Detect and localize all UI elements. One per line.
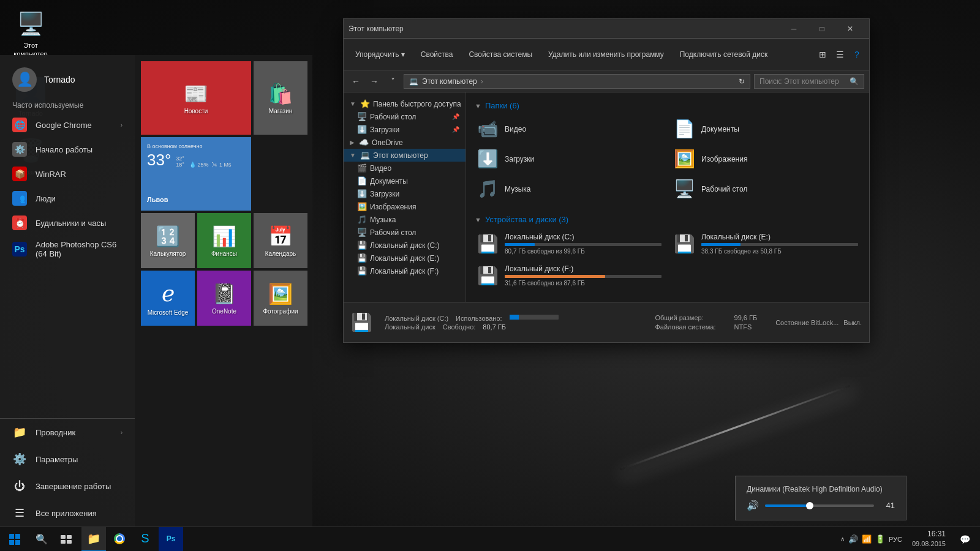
start-explorer-item[interactable]: 📁 Проводник › <box>0 419 135 446</box>
minimize-button[interactable]: ─ <box>780 19 808 39</box>
svg-rect-0 <box>61 535 66 539</box>
sidebar-item-desktop2[interactable]: 🖥️ Рабочий стол <box>344 226 466 239</box>
tile-onenote[interactable]: 📓 OneNote <box>197 271 251 326</box>
start-settings-item[interactable]: ⚙️ Параметры <box>0 446 135 473</box>
start-app-alarms[interactable]: ⏰ Будильники и часы <box>0 211 135 235</box>
humidity: 💧 25% <box>189 162 209 168</box>
sidebar-item-diskf[interactable]: 💾 Локальный диск (F:) <box>344 264 466 277</box>
window-controls: ─ □ ✕ <box>780 19 864 39</box>
sidebar-item-music[interactable]: 🎵 Музыка <box>344 213 466 226</box>
path-text: Этот компьютер <box>422 77 477 86</box>
organize-button[interactable]: Упорядочить ▾ <box>349 47 412 62</box>
devices-grid: 💾 Локальный диск (C:) 80,7 ГБ свободно и… <box>472 229 863 290</box>
folder-downloads[interactable]: ⬇️ Загрузки <box>472 145 666 173</box>
disk-e[interactable]: 💾 Локальный диск (E:) 38,3 ГБ свободно и… <box>669 229 863 258</box>
view-icons-button[interactable]: ⊞ <box>815 47 830 62</box>
tray-lang[interactable]: РУС <box>889 536 902 543</box>
ps-icon-inner: Ps <box>14 244 24 254</box>
docs-sidebar-label: Документы <box>370 177 408 186</box>
tile-calendar[interactable]: 📅 Календарь <box>254 213 307 268</box>
startwork-icon-inner: ⚙️ <box>15 144 25 154</box>
quick-access-label: Панель быстрого доступа <box>373 100 461 108</box>
taskbar-clock[interactable]: 16:31 09.08.2015 <box>907 529 951 549</box>
sidebar-item-docs[interactable]: 📄 Документы <box>344 174 466 187</box>
search-box[interactable]: Поиск: Этот компьютер 🔍 <box>754 74 864 89</box>
map-drive-button[interactable]: Подключить сетевой диск <box>673 47 774 62</box>
start-app-photoshop[interactable]: Ps Adobe Photoshop CS6 (64 Bit) <box>0 235 135 263</box>
video-sidebar-label: Видео <box>370 164 391 173</box>
address-path[interactable]: 💻 Этот компьютер › ↻ <box>404 74 750 89</box>
start-button[interactable] <box>0 527 29 552</box>
sidebar-item-video[interactable]: 🎬 Видео <box>344 162 466 174</box>
refresh-icon[interactable]: ↻ <box>739 77 745 86</box>
back-button[interactable]: ← <box>349 74 363 89</box>
folder-video[interactable]: 📹 Видео <box>472 115 666 143</box>
devices-expand-arrow[interactable]: ▼ <box>475 216 481 223</box>
people-icon: 👥 <box>12 191 27 206</box>
volume-row: 🔊 41 <box>747 500 895 511</box>
up-button[interactable]: ˅ <box>385 74 400 89</box>
sidebar-item-onedrive[interactable]: ▶ ☁️ OneDrive <box>344 136 466 149</box>
start-app-chrome[interactable]: 🌐 Google Chrome › <box>0 113 135 137</box>
status-row-1: Локальный диск (C:) Использовано: <box>385 315 559 322</box>
tray-up-arrow[interactable]: ∧ <box>840 536 845 542</box>
start-app-startwork[interactable]: ⚙️ Начало работы <box>0 137 135 162</box>
sidebar-item-downloads[interactable]: ⬇️ Загрузки 📌 <box>344 123 466 136</box>
tile-store[interactable]: 🛍️ Магазин <box>254 61 307 135</box>
system-properties-button[interactable]: Свойства системы <box>462 47 539 62</box>
properties-button[interactable]: Свойства <box>414 47 460 62</box>
tile-photos[interactable]: 🖼️ Фотографии <box>254 271 307 326</box>
close-button[interactable]: ✕ <box>836 19 864 39</box>
uninstall-button[interactable]: Удалить или изменить программу <box>541 47 671 62</box>
sidebar-item-diske[interactable]: 💾 Локальный диск (E:) <box>344 252 466 264</box>
search-button[interactable]: 🔍 <box>29 527 54 552</box>
forward-button[interactable]: → <box>367 74 382 89</box>
explorer-bottom-label: Проводник <box>36 428 75 437</box>
taskbar-photoshop[interactable]: Ps <box>159 527 183 552</box>
sidebar-item-this-pc[interactable]: ▼ 💻 Этот компьютер <box>344 149 466 162</box>
folder-images-icon: 🖼️ <box>674 149 695 169</box>
disk-c[interactable]: 💾 Локальный диск (C:) 80,7 ГБ свободно и… <box>472 229 666 258</box>
tile-edge[interactable]: ℯ Microsoft Edge <box>141 271 195 326</box>
maximize-button[interactable]: □ <box>808 19 836 39</box>
explorer-arrow: › <box>121 429 123 436</box>
volume-slider[interactable] <box>765 504 874 507</box>
desktop-icon-this-pc[interactable]: 🖥️ Этоткомпьютер <box>6 6 55 62</box>
start-app-winrar[interactable]: 📦 WinRAR <box>0 162 135 186</box>
taskbar-chrome[interactable] <box>107 527 132 552</box>
sidebar-item-desktop[interactable]: 🖥️ Рабочий стол 📌 <box>344 110 466 123</box>
taskbar: 🔍 📁 S Ps ∧ 🔊 📶 🔋 РУС 16:31 09.08.2015 💬 <box>0 527 980 551</box>
start-app-people[interactable]: 👥 Люди <box>0 186 135 211</box>
notification-button[interactable]: 💬 <box>956 527 974 552</box>
taskbar-skype[interactable]: S <box>133 527 157 552</box>
view-details-button[interactable]: ☰ <box>832 47 847 62</box>
help-button[interactable]: ? <box>850 47 864 62</box>
photos-tile-label: Фотографии <box>263 308 298 315</box>
tile-news[interactable]: 📰 Новости <box>141 61 251 135</box>
start-avatar[interactable]: 👤 <box>12 67 37 92</box>
pin-icon-2: 📌 <box>452 126 459 133</box>
sidebar-item-downloads2[interactable]: ⬇️ Загрузки <box>344 187 466 200</box>
taskbar-explorer[interactable]: 📁 <box>81 527 106 552</box>
desktop-icon-sidebar: 🖥️ <box>357 112 367 121</box>
video-sidebar-icon: 🎬 <box>357 163 367 173</box>
folder-music[interactable]: 🎵 Музыка <box>472 175 666 203</box>
sidebar-item-quick-access[interactable]: ▼ ⭐ Панель быстрого доступа <box>344 97 466 110</box>
disk-f[interactable]: 💾 Локальный диск (F:) 31,6 ГБ свободно и… <box>472 261 666 290</box>
tile-finance[interactable]: 📊 Финансы <box>197 213 251 268</box>
folder-desktop[interactable]: 🖥️ Рабочий стол <box>669 175 863 203</box>
task-view-button[interactable] <box>54 527 78 552</box>
tray-icon-3: 🔋 <box>875 534 885 544</box>
start-allapps-item[interactable]: ☰ Все приложения <box>0 500 135 527</box>
folders-expand-arrow[interactable]: ▼ <box>475 102 481 110</box>
tile-maps[interactable]: В основном солнечно 33° 32° 18° 💧 25% 🌬 … <box>141 137 251 211</box>
folder-docs[interactable]: 📄 Документы <box>669 115 863 143</box>
tile-calc[interactable]: 🔢 Калькулятор <box>141 213 195 268</box>
folder-images[interactable]: 🖼️ Изображения <box>669 145 863 173</box>
sidebar-item-diskc[interactable]: 💾 Локальный диск (C:) <box>344 239 466 252</box>
status-row-2: Локальный диск Свободно: 80,7 ГБ <box>385 323 559 331</box>
sidebar-item-images[interactable]: 🖼️ Изображения <box>344 200 466 213</box>
status-total-col: Общий размер: Файловая система: <box>655 314 715 331</box>
volume-fill <box>765 504 810 507</box>
start-shutdown-item[interactable]: ⏻ Завершение работы <box>0 473 135 500</box>
